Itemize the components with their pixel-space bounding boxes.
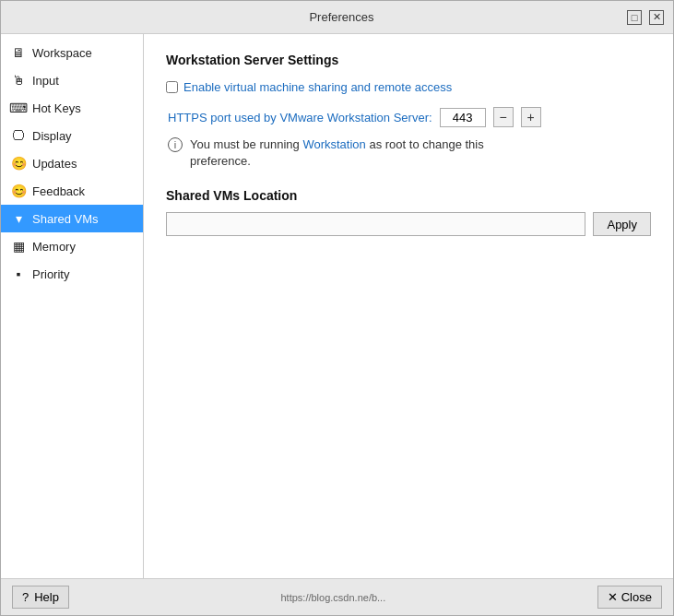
status-url: https://blog.csdn.ne/b... (280, 592, 385, 603)
feedback-icon: 😊 (10, 183, 27, 199)
help-icon: ? (22, 590, 29, 604)
hotkeys-icon: ⌨ (10, 100, 27, 116)
section-title: Workstation Server Settings (166, 53, 651, 67)
increment-port-button[interactable]: + (521, 107, 541, 127)
main-content: 🖥 Workspace 🖱 Input ⌨ Hot Keys 🖵 Display… (1, 34, 673, 578)
info-line2: preference. (190, 154, 251, 168)
info-icon: i (168, 137, 183, 152)
sidebar-item-hotkeys[interactable]: ⌨ Hot Keys (1, 94, 143, 122)
sidebar-item-display[interactable]: 🖵 Display (1, 122, 143, 149)
https-port-row: HTTPS port used by VMware Workstation Se… (166, 107, 651, 127)
memory-icon: ▦ (10, 238, 27, 255)
close-label: Close (621, 590, 652, 604)
preferences-window: Preferences □ ✕ 🖥 Workspace 🖱 Input ⌨ Ho… (0, 0, 674, 616)
sidebar-item-label-input: Input (32, 74, 59, 88)
sidebar-item-sharedvms[interactable]: ▾ Shared VMs (1, 205, 143, 232)
window-title: Preferences (56, 10, 627, 24)
updates-icon: 😊 (10, 155, 27, 172)
sidebar-item-label-priority: Priority (32, 267, 69, 281)
sidebar-item-feedback[interactable]: 😊 Feedback (1, 177, 143, 205)
apply-button[interactable]: Apply (593, 212, 651, 236)
footer: ? Help https://blog.csdn.ne/b... ✕ Close (1, 578, 673, 615)
maximize-button[interactable]: □ (627, 10, 642, 25)
port-input[interactable] (440, 108, 486, 127)
sidebar-item-label-updates: Updates (32, 157, 77, 171)
help-button[interactable]: ? Help (12, 586, 69, 609)
enable-sharing-label[interactable]: Enable virtual machine sharing and remot… (183, 80, 452, 94)
title-bar: Preferences □ ✕ (1, 1, 673, 34)
sidebar-item-memory[interactable]: ▦ Memory (1, 232, 143, 260)
enable-sharing-checkbox[interactable] (166, 81, 178, 93)
sidebar-item-label-workspace: Workspace (32, 46, 92, 60)
sidebar-item-input[interactable]: 🖱 Input (1, 66, 143, 94)
sidebar-item-workspace[interactable]: 🖥 Workspace (1, 39, 143, 66)
sidebar-item-label-sharedvms: Shared VMs (32, 212, 99, 226)
enable-sharing-row: Enable virtual machine sharing and remot… (166, 80, 651, 94)
workspace-icon: 🖥 (10, 44, 27, 61)
shared-vms-input[interactable] (166, 212, 585, 236)
sidebar-item-label-display: Display (32, 129, 72, 143)
help-label: Help (34, 590, 59, 604)
display-icon: 🖵 (10, 127, 27, 144)
decrement-port-button[interactable]: − (493, 107, 514, 127)
input-icon: 🖱 (10, 72, 27, 89)
sharedvms-icon: ▾ (10, 210, 27, 227)
info-line1: You must be running Workstation as root … (190, 137, 484, 151)
content-area: Workstation Server Settings Enable virtu… (144, 34, 673, 578)
close-button[interactable]: ✕ Close (597, 586, 662, 609)
info-row: i You must be running Workstation as roo… (166, 136, 651, 170)
info-text: You must be running Workstation as root … (190, 136, 484, 170)
sidebar-item-label-feedback: Feedback (32, 184, 85, 198)
sidebar: 🖥 Workspace 🖱 Input ⌨ Hot Keys 🖵 Display… (1, 34, 144, 578)
close-window-button[interactable]: ✕ (649, 10, 664, 25)
sidebar-item-priority[interactable]: ▪ Priority (1, 260, 143, 288)
shared-vms-title: Shared VMs Location (166, 188, 651, 203)
window-controls: □ ✕ (627, 10, 664, 25)
https-label: HTTPS port used by VMware Workstation Se… (168, 111, 432, 124)
sidebar-item-updates[interactable]: 😊 Updates (1, 149, 143, 177)
shared-vms-row: Apply (166, 212, 651, 236)
close-icon: ✕ (608, 590, 618, 604)
priority-icon: ▪ (10, 266, 27, 282)
sidebar-item-label-hotkeys: Hot Keys (32, 101, 81, 115)
sidebar-item-label-memory: Memory (32, 240, 76, 254)
